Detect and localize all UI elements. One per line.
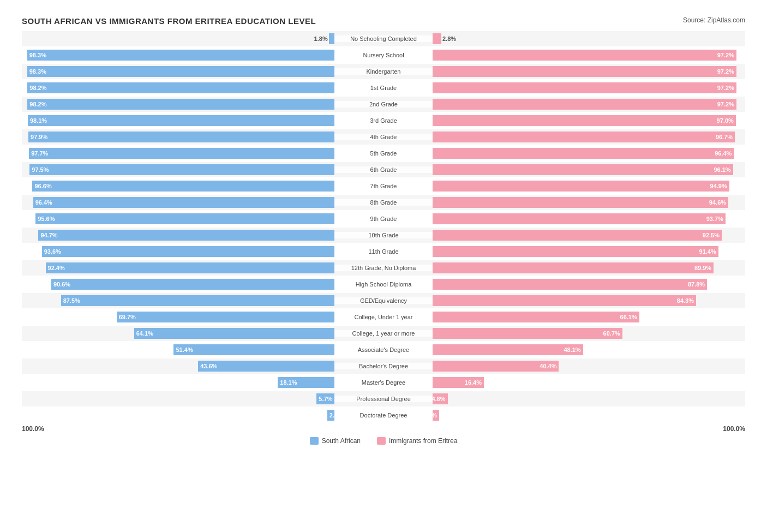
bars-wrapper: 69.7% College, Under 1 year 66.1% — [22, 309, 745, 325]
right-bar-label: 96.7% — [716, 134, 735, 140]
bars-wrapper: 1.8% No Schooling Completed 2.8% — [22, 31, 745, 46]
left-bar-label: 98.1% — [28, 117, 47, 124]
bar-row: 51.4% Associate's Degree 48.1% — [22, 342, 745, 357]
left-section: 98.3% — [22, 64, 334, 79]
right-section: 97.2% — [433, 64, 745, 79]
right-section: 92.5% — [433, 228, 745, 243]
right-bar-label: 91.4% — [699, 248, 718, 255]
right-section: 96.7% — [433, 129, 745, 145]
left-bar-label-outside: 1.8% — [314, 35, 329, 42]
right-bar-label: 96.4% — [715, 150, 734, 157]
right-bar-label: 96.1% — [714, 166, 733, 173]
blue-bar: 5.7% — [316, 393, 334, 404]
pink-bar: 66.1% — [433, 312, 639, 322]
bar-row: 98.3% Nursery School 97.2% — [22, 47, 745, 63]
bar-row: 93.6% 11th Grade 91.4% — [22, 244, 745, 259]
blue-bar: 43.6% — [198, 361, 334, 372]
left-bar-label: 5.7% — [316, 396, 332, 402]
right-section: 94.6% — [433, 195, 745, 210]
left-bar-label: 97.5% — [29, 166, 49, 173]
right-section: 87.8% — [433, 277, 745, 292]
bar-row: 97.5% 6th Grade 96.1% — [22, 162, 745, 177]
right-bar-label: 94.9% — [710, 183, 729, 189]
bars-wrapper: 98.3% Nursery School 97.2% — [22, 47, 745, 63]
center-label: 3rd Grade — [334, 117, 433, 124]
bars-wrapper: 94.7% 10th Grade 92.5% — [22, 228, 745, 243]
left-bar-label: 87.5% — [61, 297, 80, 304]
bar-row: 43.6% Bachelor's Degree 40.4% — [22, 358, 745, 374]
blue-bar: 98.3% — [27, 50, 334, 61]
right-section: 16.4% — [433, 375, 745, 390]
bar-row: 97.9% 4th Grade 96.7% — [22, 129, 745, 145]
center-label: 5th Grade — [334, 150, 433, 157]
right-section: 66.1% — [433, 309, 745, 325]
center-label: GED/Equivalency — [334, 297, 433, 304]
left-section: 95.6% — [22, 211, 334, 226]
center-label: No Schooling Completed — [334, 35, 433, 42]
blue-bar: 98.1% — [28, 115, 334, 126]
blue-bar: 95.6% — [35, 213, 334, 224]
blue-bar: 92.4% — [46, 262, 334, 273]
center-label: 12th Grade, No Diploma — [334, 265, 433, 271]
chart-source: Source: ZipAtlas.com — [683, 16, 745, 24]
center-label: 8th Grade — [334, 199, 433, 206]
left-section: 97.9% — [22, 129, 334, 145]
bars-wrapper: 90.6% High School Diploma 87.8% — [22, 277, 745, 292]
right-section: 2.8% — [433, 31, 745, 46]
left-section: 51.4% — [22, 342, 334, 357]
right-bar-label: 97.2% — [717, 85, 736, 91]
right-bar-label: 92.5% — [703, 232, 722, 238]
right-bar-label: 97.2% — [717, 101, 736, 107]
left-section: 92.4% — [22, 260, 334, 276]
bars-wrapper: 43.6% Bachelor's Degree 40.4% — [22, 358, 745, 374]
bar-row: 92.4% 12th Grade, No Diploma 89.9% — [22, 260, 745, 276]
left-bar-label: 51.4% — [173, 346, 193, 353]
pink-bar: 92.5% — [433, 230, 722, 241]
right-section: 97.2% — [433, 47, 745, 63]
right-section: 60.7% — [433, 326, 745, 341]
pink-bar: 93.7% — [433, 213, 726, 224]
bar-row: 87.5% GED/Equivalency 84.3% — [22, 293, 745, 308]
left-bar-label: 96.4% — [33, 199, 52, 206]
legend-label-south-african: South African — [322, 437, 361, 445]
pink-bar: 91.4% — [433, 246, 718, 257]
bars-wrapper: 98.2% 2nd Grade 97.2% — [22, 97, 745, 112]
right-section: 96.4% — [433, 146, 745, 161]
blue-bar: 98.2% — [27, 82, 334, 93]
center-label: College, Under 1 year — [334, 314, 433, 320]
bar-row: 18.1% Master's Degree 16.4% — [22, 375, 745, 390]
center-label: Associate's Degree — [334, 346, 433, 353]
chart-container: SOUTH AFRICAN VS IMMIGRANTS FROM ERITREA… — [11, 11, 756, 456]
right-section: 96.1% — [433, 162, 745, 177]
right-section: 89.9% — [433, 260, 745, 276]
blue-bar: 97.5% — [29, 164, 334, 175]
bars-wrapper: 98.3% Kindergarten 97.2% — [22, 64, 745, 79]
pink-bar: 97.0% — [433, 115, 736, 126]
left-bar-label: 96.6% — [32, 183, 51, 189]
legend-box-eritrea — [377, 437, 386, 445]
pink-bar: 2.1% — [433, 410, 439, 421]
bars-wrapper: 5.7% Professional Degree 4.8% — [22, 391, 745, 407]
blue-bar: 2.3% — [327, 410, 334, 421]
left-bar-label: 95.6% — [35, 216, 55, 222]
center-label: Master's Degree — [334, 379, 433, 386]
left-section: 98.2% — [22, 97, 334, 112]
blue-bar: 97.7% — [29, 148, 334, 159]
footer-left-label: 100.0% — [22, 425, 44, 433]
center-label: 9th Grade — [334, 216, 433, 222]
center-label: Bachelor's Degree — [334, 363, 433, 369]
blue-bar: 97.9% — [28, 131, 334, 142]
right-bar-label: 60.7% — [603, 330, 622, 337]
center-label: 10th Grade — [334, 232, 433, 238]
center-label: 7th Grade — [334, 183, 433, 189]
bars-wrapper: 87.5% GED/Equivalency 84.3% — [22, 293, 745, 308]
right-bar-label: 97.0% — [717, 117, 736, 124]
pink-bar: 4.8% — [433, 393, 448, 404]
legend-label-eritrea: Immigrants from Eritrea — [389, 437, 457, 445]
blue-bar: 18.1% — [278, 377, 334, 388]
left-bar-label: 98.2% — [27, 85, 46, 91]
bar-row: 96.6% 7th Grade 94.9% — [22, 178, 745, 194]
bars-wrapper: 95.6% 9th Grade 93.7% — [22, 211, 745, 226]
pink-bar: 96.4% — [433, 148, 734, 159]
left-bar-label: 64.1% — [134, 330, 153, 337]
